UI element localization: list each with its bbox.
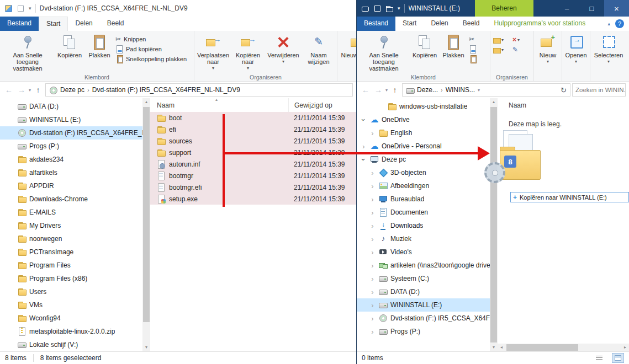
tree-item[interactable]: ›3D-objecten	[357, 166, 490, 179]
copy-path-button[interactable]	[469, 45, 477, 53]
scroll-down-icon[interactable]: ▾	[490, 344, 498, 351]
minimize-button[interactable]: –	[554, 0, 579, 17]
paste-button[interactable]: Plakken	[440, 33, 467, 60]
tree-item[interactable]: ›English	[357, 126, 490, 140]
breadcrumb[interactable]: Deze... › WININS... ▾ ↻	[402, 83, 570, 97]
tab-start[interactable]: Start	[39, 17, 68, 31]
thumbnails-view-button[interactable]	[612, 353, 624, 363]
tree-item[interactable]: APPDIR	[0, 179, 142, 192]
scrollbar-thumb[interactable]	[506, 344, 578, 351]
copy-to-button[interactable]: ▾	[493, 46, 511, 53]
tree-item[interactable]: Dvd-station (F:) IR5_CCSA_X64FRE_NL-NL_D…	[0, 126, 142, 140]
pin-to-quick-access-button[interactable]: Aan Snelle toegang vastmaken	[1, 33, 54, 73]
ribbon-collapse-icon[interactable]: ▴	[607, 21, 610, 26]
scrollbar-thumb[interactable]	[143, 107, 150, 322]
tree-item[interactable]: ›WININSTALL (E:)	[357, 298, 490, 312]
search-input[interactable]: Zoeken in WININ...	[572, 83, 626, 97]
breadcrumb-drive[interactable]: WININS...	[446, 86, 475, 94]
horizontal-scrollbar[interactable]: ◂ ▸	[498, 344, 629, 351]
tree-item[interactable]: ›artikelen (\\nas2\toon\google drive) (A	[357, 259, 490, 272]
file-row[interactable]: boot21/11/2014 15:39	[150, 112, 356, 124]
tree-item[interactable]: WININSTALL (E:)	[0, 113, 142, 126]
tree-item[interactable]: ›Bureaublad	[357, 192, 490, 206]
chevron-expanded-icon[interactable]: ›	[360, 116, 367, 124]
tree-item[interactable]: ›Deze pc	[357, 153, 490, 166]
breadcrumb-drive[interactable]: Dvd-station (F:) IR5_CCSA_X64FRE_NL-NL_D…	[92, 86, 240, 94]
tree-item[interactable]: DATA (D:)	[0, 100, 142, 113]
tab-bestand[interactable]: Bestand	[357, 17, 395, 31]
chevron-collapsed-icon[interactable]: ›	[369, 209, 376, 216]
maximize-button[interactable]: □	[579, 0, 604, 17]
select-button[interactable]: Selecteren ▾	[591, 33, 626, 67]
tab-beeld[interactable]: Beeld	[100, 17, 131, 31]
chevron-collapsed-icon[interactable]: ›	[369, 249, 376, 256]
tree-item[interactable]: ›Downloads	[357, 219, 490, 232]
tree-item[interactable]: ›DATA (D:)	[357, 285, 490, 298]
tree-item[interactable]: akdates234	[0, 153, 142, 166]
quick-access-toolbar-icon[interactable]	[373, 4, 382, 13]
file-row[interactable]: efi21/11/2014 15:39	[150, 124, 356, 135]
scroll-left-icon[interactable]: ◂	[498, 344, 505, 351]
new-button[interactable]: Nieuw ▾	[535, 33, 561, 67]
chevron-collapsed-icon[interactable]: ›	[369, 328, 376, 335]
cut-button[interactable]: ✂	[469, 35, 477, 43]
tree-item[interactable]: Progs (P:)	[0, 140, 142, 153]
refresh-icon[interactable]: ↻	[561, 86, 567, 94]
scroll-down-icon[interactable]: ▾	[142, 344, 150, 351]
tree-item[interactable]: ›Systeem (C:)	[357, 272, 490, 285]
tree-item[interactable]: ›OneDrive - Personal	[357, 140, 490, 153]
tree-item[interactable]: Lokale schijf (V:)	[0, 338, 142, 351]
up-button[interactable]: ↑	[33, 85, 44, 94]
chevron-collapsed-icon[interactable]: ›	[369, 288, 376, 296]
qat-dropdown-icon[interactable]: ▾	[29, 6, 31, 11]
tree-item[interactable]: My Drivers	[0, 219, 142, 232]
tree-item[interactable]: Wconfig94	[0, 312, 142, 325]
tree-item[interactable]: Program Files (x86)	[0, 272, 142, 285]
tree-item[interactable]: E-MAILS	[0, 206, 142, 219]
history-dropdown-icon[interactable]: ▾	[385, 88, 388, 93]
paste-shortcut-button[interactable]: Snelkoppeling plakken	[115, 55, 187, 63]
close-button[interactable]: ×	[604, 0, 629, 17]
pin-to-quick-access-button[interactable]: Aan Snelle toegang vastmaken	[358, 33, 410, 73]
chevron-collapsed-icon[interactable]: ›	[369, 315, 376, 322]
tab-drive-tools[interactable]: Hulpprogramma's voor stations	[487, 17, 593, 31]
move-to-button[interactable]: ▾	[493, 36, 511, 44]
forward-button[interactable]: →	[16, 85, 27, 94]
tree-item[interactable]: noorwegen	[0, 232, 142, 245]
column-header-name[interactable]: Naam	[150, 101, 288, 109]
tree-item[interactable]: ›Dvd-station (F:) IR5_CCSA_X64FRE_NL-NL_…	[357, 312, 490, 325]
tree-item[interactable]: Downloads-Chrome	[0, 192, 142, 206]
details-view-button[interactable]	[593, 353, 605, 363]
scroll-up-icon[interactable]: ▴	[490, 98, 498, 106]
tree-item[interactable]: ›Video's	[357, 245, 490, 259]
tab-bestand[interactable]: Bestand	[0, 17, 39, 31]
tree-item[interactable]: alfartikels	[0, 166, 142, 179]
chevron-collapsed-icon[interactable]: ›	[369, 196, 376, 203]
tab-delen[interactable]: Delen	[68, 17, 99, 31]
tab-start[interactable]: Start	[395, 17, 424, 31]
tree-item[interactable]: ›OneDrive	[357, 113, 490, 126]
file-row[interactable]: setup.exe21/11/2014 15:39	[150, 193, 356, 205]
tree-item[interactable]: ›Progs (P:)	[357, 325, 490, 338]
scroll-up-icon[interactable]: ▴	[142, 98, 150, 106]
copy-button[interactable]: Kopiëren	[410, 33, 440, 60]
manage-contextual-tab[interactable]: Beheren	[475, 0, 533, 17]
file-row[interactable]: bootmgr21/11/2014 15:39	[150, 170, 356, 181]
back-button[interactable]: ←	[3, 85, 14, 94]
delete-button[interactable]: × ▾	[512, 36, 531, 44]
tree-item[interactable]: Users	[0, 285, 142, 298]
column-header-date[interactable]: Gewijzigd op	[288, 98, 356, 112]
copy-button[interactable]: Kopiëren	[54, 33, 85, 60]
tab-beeld[interactable]: Beeld	[456, 17, 487, 31]
tree-item[interactable]: PCTransImage	[0, 245, 142, 259]
chevron-collapsed-icon[interactable]: ›	[369, 235, 376, 243]
chevron-collapsed-icon[interactable]: ›	[360, 143, 367, 150]
up-button[interactable]: ↑	[389, 85, 400, 94]
file-row[interactable]: autorun.inf21/11/2014 15:39	[150, 158, 356, 170]
move-to-button[interactable]: Verplaatsen naar ▾	[195, 33, 231, 73]
chevron-collapsed-icon[interactable]: ›	[369, 275, 376, 282]
tab-delen[interactable]: Delen	[424, 17, 455, 31]
rename-button[interactable]: Naam wijzigen	[302, 33, 336, 67]
tree-item[interactable]: ›Muziek	[357, 232, 490, 245]
chevron-collapsed-icon[interactable]: ›	[369, 183, 376, 190]
